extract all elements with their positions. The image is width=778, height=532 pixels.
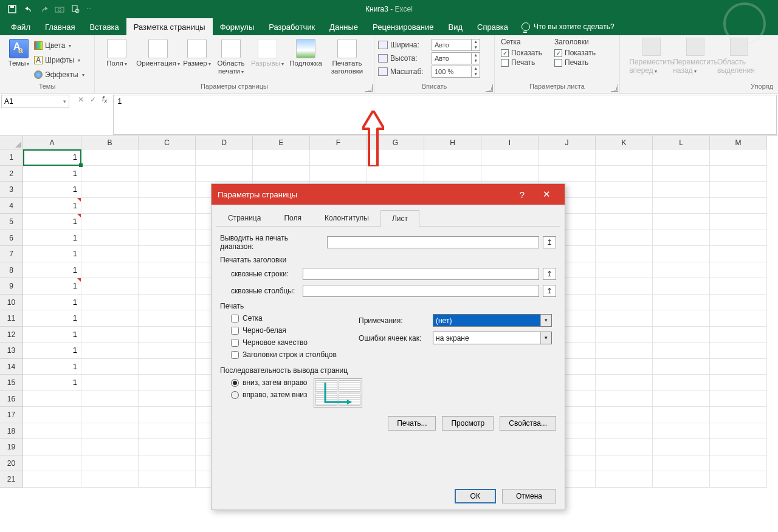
cell[interactable] xyxy=(81,198,139,214)
cell[interactable] xyxy=(596,455,653,472)
preview-button[interactable]: Просмотр xyxy=(442,416,494,431)
undo-icon[interactable] xyxy=(23,4,33,14)
cell[interactable] xyxy=(596,407,653,423)
cell[interactable] xyxy=(81,149,139,166)
cell[interactable] xyxy=(653,295,710,311)
cell[interactable] xyxy=(596,278,653,295)
cell[interactable] xyxy=(139,359,196,375)
cell[interactable] xyxy=(539,166,596,182)
cell[interactable] xyxy=(653,278,710,295)
cell[interactable]: 1 xyxy=(23,343,81,359)
cell[interactable] xyxy=(81,214,139,230)
cell[interactable] xyxy=(81,166,139,182)
cell[interactable]: 1 xyxy=(23,182,81,198)
cell[interactable] xyxy=(81,343,139,359)
row-header[interactable]: 14 xyxy=(0,359,23,375)
cell[interactable] xyxy=(596,423,653,440)
cell[interactable] xyxy=(367,166,424,182)
breaks-button[interactable]: Разрывы xyxy=(249,38,286,69)
row-header[interactable]: 20 xyxy=(0,455,23,472)
dialog-close-button[interactable]: ✕ xyxy=(534,189,559,200)
gridlines-show-check[interactable]: ✓Показать xyxy=(501,49,542,57)
tab-view[interactable]: Вид xyxy=(441,18,470,35)
cell[interactable] xyxy=(710,278,767,295)
cell[interactable] xyxy=(139,310,196,327)
headings-show-check[interactable]: ✓Показать xyxy=(554,49,596,57)
tab-insert[interactable]: Вставка xyxy=(82,18,126,35)
camera-icon[interactable] xyxy=(55,4,64,14)
cell[interactable] xyxy=(653,230,710,247)
column-header[interactable]: C xyxy=(139,136,196,149)
column-header[interactable]: M xyxy=(710,136,767,149)
row-header[interactable]: 2 xyxy=(0,166,23,182)
cell[interactable] xyxy=(596,327,653,343)
cell[interactable] xyxy=(310,149,367,166)
row-header[interactable]: 11 xyxy=(0,310,23,327)
dialog-help-button[interactable]: ? xyxy=(510,189,534,200)
comments-combo[interactable]: (нет)▾ xyxy=(433,314,552,327)
cell[interactable] xyxy=(310,166,367,182)
row-header[interactable]: 12 xyxy=(0,327,23,343)
cell[interactable] xyxy=(81,295,139,311)
cell[interactable] xyxy=(596,343,653,359)
cell[interactable] xyxy=(710,230,767,247)
page-setup-launcher[interactable] xyxy=(365,84,373,92)
cell[interactable] xyxy=(139,439,196,455)
tab-file[interactable]: Файл xyxy=(4,18,38,35)
cell[interactable] xyxy=(596,198,653,214)
cell[interactable] xyxy=(23,471,81,488)
cell[interactable] xyxy=(139,471,196,488)
fit-launcher[interactable] xyxy=(486,84,493,92)
cell[interactable] xyxy=(139,214,196,230)
print-button[interactable]: Печать... xyxy=(388,416,436,431)
cell[interactable] xyxy=(81,423,139,440)
cell[interactable] xyxy=(139,182,196,198)
cell[interactable] xyxy=(710,246,767,262)
cell[interactable] xyxy=(81,246,139,262)
row-header[interactable]: 13 xyxy=(0,343,23,359)
cell[interactable] xyxy=(653,182,710,198)
cell[interactable] xyxy=(596,310,653,327)
cell[interactable] xyxy=(710,149,767,166)
cell[interactable] xyxy=(196,166,253,182)
fx-icon[interactable]: fx xyxy=(102,95,107,104)
cell[interactable] xyxy=(139,278,196,295)
row-header[interactable]: 16 xyxy=(0,391,23,408)
black-white-checkbox[interactable]: Черно-белая xyxy=(231,326,359,335)
column-header[interactable]: K xyxy=(596,136,653,149)
cell[interactable]: 1 xyxy=(23,230,81,247)
print-area-input[interactable] xyxy=(327,236,539,248)
cancel-formula-icon[interactable]: ✕ xyxy=(78,95,84,104)
cell[interactable] xyxy=(710,343,767,359)
tab-developer[interactable]: Разработчик xyxy=(261,18,322,35)
cell[interactable] xyxy=(596,262,653,279)
cell[interactable] xyxy=(139,375,196,391)
cell[interactable] xyxy=(23,391,81,408)
cell[interactable] xyxy=(481,166,539,182)
cell[interactable] xyxy=(653,391,710,408)
cell[interactable] xyxy=(139,230,196,247)
cell[interactable] xyxy=(139,343,196,359)
scale-spinner[interactable]: 100 %▴▾ xyxy=(432,66,480,78)
cell[interactable] xyxy=(139,149,196,166)
row-header[interactable]: 15 xyxy=(0,375,23,391)
cell[interactable] xyxy=(196,149,253,166)
cell[interactable] xyxy=(139,295,196,311)
margins-button[interactable]: Поля xyxy=(98,38,135,69)
cell[interactable] xyxy=(710,439,767,455)
cell[interactable] xyxy=(710,295,767,311)
column-header[interactable]: E xyxy=(253,136,310,149)
row-header[interactable]: 7 xyxy=(0,246,23,262)
cell[interactable] xyxy=(139,166,196,182)
cell[interactable]: 1 xyxy=(23,359,81,375)
cell[interactable] xyxy=(710,423,767,440)
cell[interactable] xyxy=(653,310,710,327)
dialog-tab-headerfooter[interactable]: Колонтитулы xyxy=(313,210,380,226)
cell[interactable] xyxy=(653,327,710,343)
gridlines-checkbox[interactable]: Сетка xyxy=(231,314,359,322)
cell[interactable] xyxy=(539,149,596,166)
save-icon[interactable] xyxy=(7,4,17,14)
cell[interactable] xyxy=(596,214,653,230)
cell[interactable] xyxy=(596,359,653,375)
cell[interactable] xyxy=(139,423,196,440)
